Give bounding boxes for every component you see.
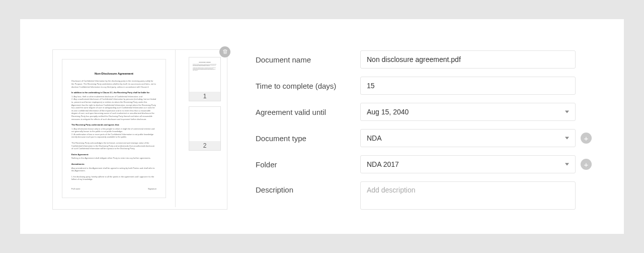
add-document-type-button[interactable]: +	[581, 133, 592, 144]
thumbnail-1[interactable]: Non-Disclosure Agreement Disclosure of C…	[189, 57, 221, 101]
thumbnail-image	[189, 107, 220, 141]
plus-icon: +	[584, 161, 589, 168]
label-description: Description	[256, 181, 350, 194]
folder-value: NDA 2017	[367, 160, 399, 168]
document-page: Non-Disclosure Agreement Disclosure of C…	[62, 59, 166, 198]
label-folder: Folder	[256, 160, 350, 169]
document-form: Document name Time to complete (days) Ag…	[256, 49, 592, 210]
document-settings-card: Non-Disclosure Agreement Disclosure of C…	[20, 19, 624, 234]
thumbnail-number: 2	[189, 141, 220, 150]
chevron-down-icon	[565, 137, 569, 140]
chevron-down-icon	[565, 163, 569, 166]
row-document-name: Document name	[256, 50, 592, 69]
folder-select[interactable]: NDA 2017	[360, 155, 576, 173]
document-type-select[interactable]: NDA	[360, 129, 576, 147]
label-document-name: Document name	[256, 55, 350, 64]
thumbnail-2[interactable]: 2	[189, 106, 221, 151]
main-page-preview: Non-Disclosure Agreement Disclosure of C…	[53, 50, 176, 207]
valid-until-value: Aug 15, 2040	[367, 108, 409, 116]
row-valid-until: Agreement valid until Aug 15, 2040	[256, 103, 592, 121]
plus-icon: +	[584, 135, 589, 142]
description-field[interactable]	[360, 181, 576, 210]
document-name-input[interactable]	[367, 55, 569, 64]
thumbnail-strip: Non-Disclosure Agreement Disclosure of C…	[183, 50, 227, 209]
thumbnail-image: Non-Disclosure Agreement Disclosure of C…	[189, 57, 220, 92]
document-title: Non-Disclosure Agreement	[71, 72, 156, 76]
delete-document-button[interactable]	[219, 46, 230, 57]
row-description: Description	[256, 181, 592, 210]
label-valid-until: Agreement valid until	[256, 108, 350, 116]
row-document-type: Document type NDA +	[256, 129, 592, 147]
time-to-complete-field[interactable]	[360, 77, 576, 95]
document-name-field[interactable]	[360, 50, 576, 69]
time-to-complete-input[interactable]	[367, 82, 569, 90]
label-time-to-complete: Time to complete (days)	[256, 82, 350, 90]
row-folder: Folder NDA 2017 +	[256, 155, 592, 173]
add-folder-button[interactable]: +	[581, 159, 592, 170]
label-document-type: Document type	[256, 134, 350, 143]
row-time-to-complete: Time to complete (days)	[256, 77, 592, 95]
trash-icon	[222, 48, 228, 56]
chevron-down-icon	[565, 111, 569, 113]
valid-until-select[interactable]: Aug 15, 2040	[360, 103, 576, 121]
thumbnail-number: 1	[189, 92, 220, 101]
description-input[interactable]	[367, 182, 569, 209]
document-type-value: NDA	[367, 134, 382, 142]
preview-pane: Non-Disclosure Agreement Disclosure of C…	[52, 49, 227, 210]
